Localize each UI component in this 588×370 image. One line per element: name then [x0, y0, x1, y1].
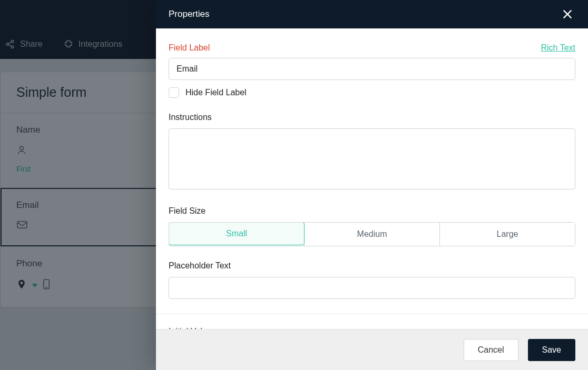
rich-text-link[interactable]: Rich Text	[541, 43, 575, 53]
initial-value-label: Initial Value	[169, 327, 575, 329]
field-size-label: Field Size	[169, 206, 575, 216]
field-label-heading: Field Label	[169, 43, 210, 53]
field-size-large[interactable]: Large	[439, 223, 575, 246]
save-button[interactable]: Save	[528, 339, 575, 361]
modal-title: Properties	[169, 9, 209, 19]
field-size-medium[interactable]: Medium	[304, 223, 439, 246]
placeholder-input[interactable]	[169, 277, 575, 299]
hide-field-label-checkbox[interactable]	[169, 87, 179, 98]
placeholder-label: Placeholder Text	[169, 261, 575, 271]
field-label-input[interactable]	[169, 58, 575, 80]
hide-field-label-text: Hide Field Label	[185, 88, 247, 97]
close-icon	[562, 8, 573, 20]
modal-header: Properties	[156, 0, 588, 28]
properties-panel: Properties Field Label Rich Text Hide Fi…	[156, 0, 588, 370]
field-size-group: Small Medium Large	[169, 222, 575, 246]
modal-body: Field Label Rich Text Hide Field Label I…	[156, 28, 588, 329]
instructions-input[interactable]	[169, 128, 575, 189]
cancel-button[interactable]: Cancel	[464, 339, 518, 361]
instructions-label: Instructions	[169, 113, 575, 122]
close-button[interactable]	[560, 6, 575, 22]
modal-footer: Cancel Save	[156, 329, 588, 370]
field-size-small[interactable]: Small	[169, 222, 305, 245]
